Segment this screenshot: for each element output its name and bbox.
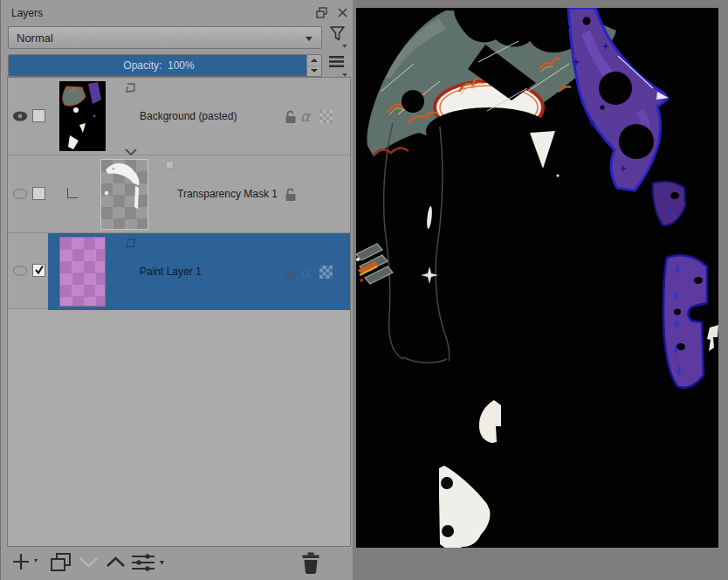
more-options-menu-button[interactable] bbox=[329, 55, 350, 78]
chevron-down-icon bbox=[78, 552, 100, 573]
layer-toolbar bbox=[1, 549, 354, 580]
layer-name[interactable]: Transparency Mask 1 bbox=[177, 188, 278, 200]
chevron-up-icon bbox=[105, 552, 127, 573]
opacity-label: Opacity: bbox=[123, 59, 161, 72]
artwork bbox=[356, 8, 718, 548]
canvas[interactable] bbox=[356, 8, 718, 548]
mask-thumbnail[interactable] bbox=[100, 159, 148, 230]
child-indent-icon bbox=[67, 188, 78, 198]
alpha-icon[interactable]: α bbox=[300, 263, 310, 280]
add-layer-button[interactable] bbox=[11, 552, 41, 577]
chevron-down-icon bbox=[342, 45, 347, 48]
layers-docker: Layers Normal Opacity: 100% bbox=[0, 0, 353, 580]
layer-decoration-icon bbox=[125, 81, 136, 93]
lock-open-icon[interactable] bbox=[285, 110, 297, 125]
visibility-off-icon[interactable] bbox=[11, 188, 29, 200]
checkmark-icon bbox=[34, 265, 45, 275]
lock-open-icon[interactable] bbox=[285, 266, 297, 280]
delete-layer-button[interactable] bbox=[300, 552, 321, 577]
layer-name[interactable]: Background (pasted) bbox=[140, 110, 237, 122]
hamburger-icon bbox=[329, 55, 345, 68]
duplicate-layer-button[interactable] bbox=[49, 552, 73, 577]
blend-mode-value: Normal bbox=[17, 31, 53, 45]
duplicate-icon bbox=[49, 552, 73, 573]
mask-decoration-icon bbox=[166, 161, 174, 169]
layer-row-transparency-mask[interactable]: Transparency Mask 1 bbox=[8, 155, 350, 233]
docker-title: Layers bbox=[11, 7, 43, 19]
trash-icon bbox=[300, 552, 321, 575]
blend-mode-dropdown[interactable]: Normal bbox=[8, 26, 322, 49]
docker-titlebar[interactable]: Layers bbox=[1, 0, 354, 24]
properties-sliders-icon bbox=[131, 552, 168, 573]
layer-thumbnail[interactable] bbox=[59, 237, 106, 307]
lock-open-icon[interactable] bbox=[285, 188, 297, 203]
chevron-down-icon bbox=[306, 37, 312, 41]
funnel-icon bbox=[329, 25, 347, 43]
opacity-spin-down-button[interactable] bbox=[307, 66, 321, 77]
alpha-icon[interactable]: α bbox=[300, 107, 310, 125]
expand-collapse-chevron[interactable] bbox=[124, 144, 138, 153]
layer-thumbnail[interactable] bbox=[59, 81, 106, 151]
opacity-spin-up-button[interactable] bbox=[307, 55, 321, 66]
layer-decoration-icon bbox=[125, 237, 136, 248]
inherit-alpha-icon[interactable] bbox=[319, 266, 333, 279]
visibility-off-icon[interactable] bbox=[11, 265, 29, 277]
layer-name[interactable]: Paint Layer 1 bbox=[140, 266, 202, 278]
move-layer-up-button[interactable] bbox=[105, 552, 127, 577]
float-docker-icon[interactable] bbox=[315, 6, 329, 20]
layer-list: Background (pasted) α bbox=[7, 77, 351, 547]
layer-properties-button[interactable] bbox=[131, 552, 168, 577]
layer-row-background[interactable]: Background (pasted) α bbox=[8, 78, 350, 155]
layer-checkbox[interactable] bbox=[32, 187, 45, 200]
layer-checkbox[interactable] bbox=[32, 264, 45, 277]
inherit-alpha-icon[interactable] bbox=[319, 110, 333, 123]
close-icon[interactable] bbox=[336, 6, 350, 20]
opacity-value: 100% bbox=[168, 59, 195, 72]
visibility-on-icon[interactable] bbox=[11, 110, 29, 122]
layer-checkbox[interactable] bbox=[32, 109, 45, 122]
move-layer-down-button[interactable] bbox=[78, 552, 100, 577]
layer-filter-button[interactable] bbox=[329, 25, 350, 50]
opacity-slider[interactable]: Opacity: 100% bbox=[8, 54, 322, 77]
layer-row-paint-layer[interactable]: Paint Layer 1 α bbox=[8, 233, 350, 309]
plus-icon bbox=[11, 552, 41, 573]
